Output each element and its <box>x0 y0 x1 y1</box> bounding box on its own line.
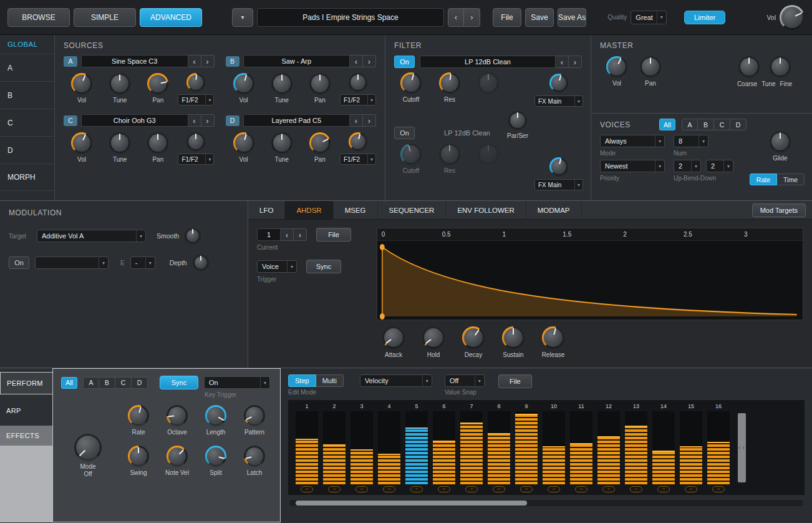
step-column[interactable]: 8~ <box>485 403 513 492</box>
seq-scroll-thumb[interactable] <box>296 501 527 506</box>
tab-perform[interactable]: PERFORM <box>0 372 52 394</box>
source-d-filter-knob[interactable] <box>349 132 367 151</box>
tab-morph[interactable]: MORPH <box>0 164 54 191</box>
bend-up-select[interactable]: 2▾ <box>674 160 701 172</box>
source-b-route-select[interactable]: F1/F2▾ <box>340 94 376 105</box>
tab-global[interactable]: GLOBAL <box>0 35 54 54</box>
next-icon[interactable]: › <box>201 55 215 67</box>
preset-menu-button[interactable]: ▾ <box>232 8 253 27</box>
step-bar-area[interactable] <box>296 411 318 484</box>
step-column[interactable]: 13~ <box>622 403 650 492</box>
step-column[interactable]: 7~ <box>458 403 485 492</box>
source-c-pan-knob[interactable] <box>147 132 168 154</box>
step-bar-area[interactable] <box>460 411 483 484</box>
step-bar-area[interactable] <box>570 411 592 484</box>
smooth-knob[interactable] <box>185 228 201 244</box>
envelope-display[interactable]: 00.511.522.53 <box>377 228 803 320</box>
fine-tune-knob[interactable] <box>770 56 791 77</box>
filter2-cutoff-knob[interactable] <box>400 144 422 165</box>
step-loop-icon[interactable]: ~ <box>602 486 615 492</box>
source-c-tune-knob[interactable] <box>109 132 130 154</box>
advanced-button[interactable]: ADVANCED <box>140 8 202 27</box>
limiter-button[interactable]: Limiter <box>684 11 726 24</box>
next-icon[interactable]: › <box>363 55 376 67</box>
tab-effects[interactable]: EFFECTS <box>0 426 52 446</box>
voices-a-button[interactable]: A <box>682 119 698 130</box>
step-loop-icon[interactable]: ~ <box>575 486 587 492</box>
seq-file-button[interactable]: File <box>498 374 532 388</box>
mod-on-button[interactable]: On <box>9 257 29 269</box>
source-d-pan-knob[interactable] <box>309 132 331 154</box>
step-bar-area[interactable] <box>597 411 620 484</box>
prev-preset-button[interactable]: ‹ <box>448 8 464 27</box>
step-column[interactable]: 14~ <box>650 403 677 492</box>
filter2-send-knob[interactable] <box>549 157 568 176</box>
master-vol-knob[interactable] <box>606 56 627 77</box>
prev-icon[interactable]: ‹ <box>281 228 294 241</box>
step-loop-icon[interactable]: ~ <box>355 486 368 492</box>
next-icon[interactable]: › <box>294 228 307 241</box>
step-mode-button[interactable]: Step <box>288 374 316 387</box>
source-c-filter-knob[interactable] <box>186 132 205 151</box>
arp-octave-knob[interactable] <box>167 405 188 426</box>
step-column[interactable]: 1~ <box>293 403 321 492</box>
step-loop-icon[interactable]: ~ <box>712 486 725 492</box>
source-d-vol-knob[interactable] <box>233 132 254 154</box>
arp-all-button[interactable]: All <box>61 377 77 389</box>
arp-notevel-knob[interactable] <box>167 446 188 467</box>
source-a-badge[interactable]: A <box>64 56 77 67</box>
glide-knob[interactable] <box>770 131 791 152</box>
source-a-vol-knob[interactable] <box>71 73 92 94</box>
mod-tab-mseg[interactable]: MSEG <box>334 201 378 219</box>
step-loop-icon[interactable]: ~ <box>685 486 697 492</box>
step-bar-area[interactable] <box>680 411 702 484</box>
source-c-badge[interactable]: C <box>64 115 77 126</box>
source-b-filter-knob[interactable] <box>349 73 367 92</box>
source-c-route-select[interactable]: F1/F2▾ <box>178 154 214 165</box>
filter1-cutoff-knob[interactable] <box>400 72 422 94</box>
voices-all-button[interactable]: All <box>659 119 675 130</box>
step-loop-icon[interactable]: ~ <box>657 486 670 492</box>
source-a-pan-knob[interactable] <box>147 73 168 94</box>
prev-icon[interactable]: ‹ <box>350 114 363 127</box>
release-knob[interactable] <box>542 326 564 349</box>
arp-rate-knob[interactable] <box>128 405 149 426</box>
step-loop-icon[interactable]: ~ <box>465 486 478 492</box>
step-loop-icon[interactable]: ~ <box>520 486 533 492</box>
tab-source-b[interactable]: B <box>0 81 54 109</box>
prev-icon[interactable]: ‹ <box>556 56 569 68</box>
mod-curve-select[interactable]: -▾ <box>130 257 155 269</box>
voices-b-button[interactable]: B <box>698 119 714 130</box>
step-column[interactable]: 3~ <box>348 403 375 492</box>
tab-source-d[interactable]: D <box>0 136 54 164</box>
filter1-res-knob[interactable] <box>439 72 460 94</box>
step-column[interactable]: 6~ <box>430 403 458 492</box>
filter1-route-select[interactable]: FX Main▾ <box>534 95 583 107</box>
next-icon[interactable]: › <box>569 56 582 68</box>
simple-button[interactable]: SIMPLE <box>74 8 136 27</box>
step-bar-area[interactable] <box>515 411 538 484</box>
source-b-name[interactable]: Saw - Arp <box>243 55 350 67</box>
step-bar-area[interactable] <box>350 411 373 484</box>
tab-source-a[interactable]: A <box>0 54 54 81</box>
arp-mode-knob[interactable] <box>74 434 102 461</box>
save-button[interactable]: Save <box>525 8 554 27</box>
mod-source-select[interactable]: ▾ <box>35 257 109 269</box>
env-number-field[interactable]: 1 <box>257 228 281 241</box>
step-bar-area[interactable] <box>405 411 428 484</box>
source-d-route-select[interactable]: F1/F2▾ <box>340 154 376 165</box>
prev-icon[interactable]: ‹ <box>350 55 363 67</box>
step-column[interactable]: 12~ <box>595 403 622 492</box>
arp-sync-button[interactable]: Sync <box>160 376 198 389</box>
value-snap-select[interactable]: Off▾ <box>445 374 485 387</box>
arp-pattern-knob[interactable] <box>244 405 265 426</box>
step-bar-area[interactable] <box>488 411 510 484</box>
arp-b-button[interactable]: B <box>99 377 115 389</box>
source-a-filter-knob[interactable] <box>186 73 205 92</box>
step-loop-icon[interactable]: ~ <box>328 486 341 492</box>
seq-zoom-strip[interactable]: ‹ › <box>738 413 746 482</box>
arp-length-knob[interactable] <box>205 405 226 426</box>
time-button[interactable]: Time <box>777 174 805 185</box>
env-start-handle[interactable] <box>380 313 385 320</box>
prev-icon[interactable]: ‹ <box>188 55 201 67</box>
